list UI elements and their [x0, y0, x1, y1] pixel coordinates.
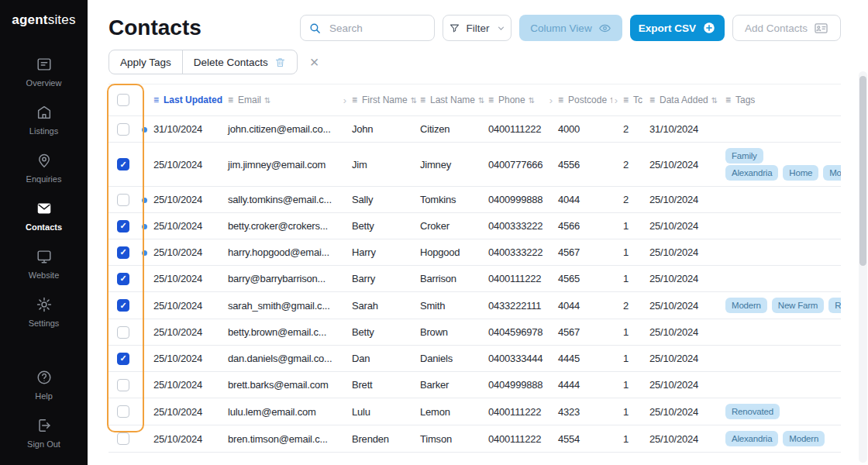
- row-checkbox[interactable]: [117, 405, 129, 418]
- cell-tags: AlexandriaModern: [722, 425, 841, 453]
- cell-phone: 0400111222: [485, 266, 547, 292]
- scrollbar-thumb[interactable]: [859, 76, 866, 266]
- select-all-checkbox[interactable]: [117, 94, 129, 106]
- cell-email: betty.brown@email.c...: [225, 319, 341, 346]
- sidebar-item-listings[interactable]: Listings: [0, 96, 88, 144]
- brand-primary: agent: [12, 12, 47, 27]
- cell-tc: 2: [620, 116, 646, 143]
- sidebar-item-label: Sign Out: [27, 439, 60, 449]
- cell-data-added: 25/10/2024: [646, 398, 722, 425]
- column-header-data_added[interactable]: ≡Data Added⇅: [646, 84, 722, 116]
- cell-data-added: 25/10/2024: [646, 319, 722, 346]
- filter-funnel-icon: [449, 22, 460, 34]
- cell-tags: Renovated: [722, 398, 841, 425]
- cell-postcode: 4565: [555, 266, 612, 292]
- export-csv-button[interactable]: Export CSV: [630, 15, 725, 41]
- column-header-postcode[interactable]: ≡Postcode⇅: [555, 84, 612, 116]
- column-header-first_name[interactable]: ≡First Name⇅: [349, 84, 417, 116]
- cell-data-added: 25/10/2024: [646, 292, 722, 319]
- column-header-last_name[interactable]: ≡Last Name⇅: [417, 84, 485, 116]
- column-header-tc[interactable]: ≡Tc: [620, 84, 646, 116]
- sidebar-item-website[interactable]: Website: [0, 240, 88, 288]
- row-checkbox[interactable]: ✓: [117, 353, 129, 365]
- table-body: 31/10/2024john.citizen@email.co...JohnCi…: [108, 116, 841, 453]
- row-checkbox[interactable]: [117, 123, 129, 136]
- sidebar-item-signout[interactable]: Sign Out: [0, 409, 88, 457]
- cell-first-name: Harry: [349, 239, 417, 266]
- filter-button[interactable]: Filter: [443, 15, 512, 41]
- brand-logo: agentsites: [12, 12, 75, 28]
- sidebar-item-enquiries[interactable]: Enquiries: [0, 144, 88, 192]
- cell-data-added: 25/10/2024: [646, 266, 722, 292]
- export-csv-label: Export CSV: [639, 22, 696, 34]
- column-header-phone[interactable]: ≡Phone⇅: [485, 84, 547, 116]
- row-checkbox[interactable]: [117, 379, 129, 391]
- cell-phone: 0400111222: [485, 425, 547, 453]
- cell-first-name: Jim: [349, 143, 417, 187]
- row-checkbox[interactable]: [117, 432, 129, 445]
- close-icon[interactable]: ×: [307, 54, 322, 70]
- sidebar-item-contacts[interactable]: Contacts: [0, 192, 88, 240]
- cell-tags: [722, 346, 841, 372]
- collapsed-column-toggle[interactable]: ›: [341, 84, 349, 116]
- cell-postcode: 4445: [555, 346, 612, 372]
- contacts-table-wrap: ≡Last Updated⇅≡Email⇅›≡First Name⇅≡Last …: [108, 84, 841, 453]
- cell-tags: FamilyAlexandriaHomeModern: [722, 143, 841, 187]
- row-checkbox[interactable]: ✓: [117, 246, 129, 259]
- row-checkbox[interactable]: ✓: [117, 220, 129, 232]
- settings-icon: [36, 296, 53, 313]
- contact-row: ✓25/10/2024dan.daniels@gmail.co...DanDan…: [108, 346, 841, 372]
- row-checkbox[interactable]: [117, 194, 129, 206]
- column-header-email[interactable]: ≡Email⇅: [225, 84, 341, 116]
- contact-card-icon: [814, 21, 828, 36]
- contact-row: ✓25/10/2024sarah_smith@gmail.c...SarahSm…: [108, 292, 841, 319]
- add-contacts-button[interactable]: Add Contacts: [732, 15, 841, 41]
- unread-dot: [142, 127, 147, 133]
- collapsed-column-toggle[interactable]: ›: [547, 84, 555, 116]
- sidebar-item-overview[interactable]: Overview: [0, 48, 88, 96]
- cell-last-name: Barker: [417, 372, 485, 398]
- column-view-button[interactable]: Column View: [519, 15, 622, 41]
- tag-pill: Renovated: [725, 404, 780, 419]
- apply-tags-button[interactable]: Apply Tags: [109, 50, 182, 74]
- cell-email: jim.jimney@email.com: [225, 143, 341, 187]
- row-checkbox[interactable]: ✓: [117, 273, 129, 285]
- cell-postcode: 4567: [555, 239, 612, 266]
- cell-phone: 0400777666: [485, 143, 547, 187]
- cell-tc: 2: [620, 187, 646, 213]
- sidebar-item-label: Website: [29, 270, 60, 280]
- cell-email: barry@barrybarrison...: [225, 266, 341, 292]
- cell-last-name: Lemon: [417, 398, 485, 425]
- cell-first-name: Betty: [349, 213, 417, 239]
- delete-contacts-button[interactable]: Delete Contacts: [183, 50, 297, 74]
- cell-email: sarah_smith@gmail.c...: [225, 292, 341, 319]
- cell-phone: 0433222111: [485, 292, 547, 319]
- search-icon: [308, 22, 322, 35]
- column-menu-icon: ≡: [623, 95, 629, 105]
- cell-last-updated: 25/10/2024: [150, 398, 225, 425]
- scrollbar-track[interactable]: [859, 71, 867, 463]
- sidebar-item-settings[interactable]: Settings: [0, 288, 88, 336]
- sidebar-nav: OverviewListingsEnquiriesContactsWebsite…: [0, 48, 88, 336]
- search-box[interactable]: [300, 15, 435, 41]
- row-checkbox[interactable]: ✓: [117, 158, 129, 170]
- cell-data-added: 25/10/2024: [646, 425, 722, 453]
- column-label: Last Name: [430, 95, 475, 105]
- row-checkbox[interactable]: ✓: [117, 299, 129, 312]
- contact-row: ✓25/10/2024betty.croker@crokers...BettyC…: [108, 213, 841, 239]
- cell-last-name: Jimney: [417, 143, 485, 187]
- sort-icon: ⇅: [711, 96, 718, 105]
- sidebar-item-label: Help: [35, 391, 53, 401]
- column-header-tags[interactable]: ≡Tags: [722, 84, 841, 116]
- cell-first-name: Brenden: [349, 425, 417, 453]
- column-header-last_updated[interactable]: ≡Last Updated⇅: [150, 84, 225, 116]
- row-checkbox[interactable]: [117, 326, 129, 339]
- sort-icon: ⇅: [529, 96, 535, 105]
- cell-postcode: 4567: [555, 319, 612, 346]
- cell-postcode: 4044: [555, 187, 612, 213]
- column-menu-icon: ≡: [649, 95, 655, 105]
- collapsed-column-toggle[interactable]: ›: [612, 84, 620, 116]
- filter-label: Filter: [467, 22, 490, 34]
- search-input[interactable]: [328, 22, 426, 35]
- sidebar-item-help[interactable]: Help: [0, 361, 88, 409]
